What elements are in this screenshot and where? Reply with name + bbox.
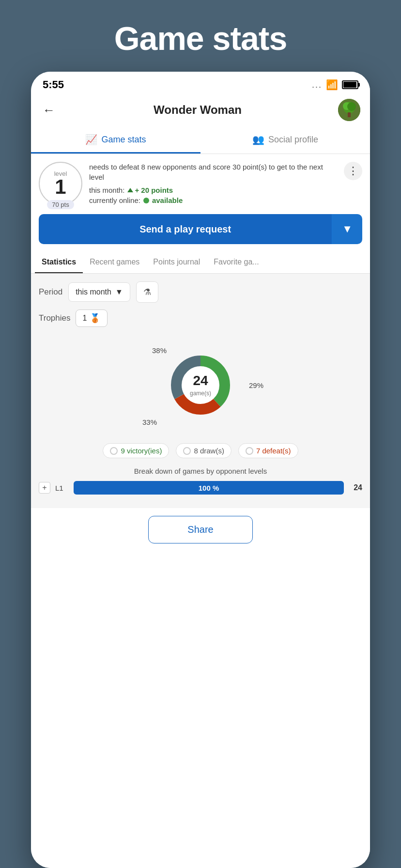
svg-rect-2 [348, 112, 351, 117]
app-header: ← Wonder Woman [31, 95, 370, 127]
status-icons: ... 📶 [312, 79, 358, 91]
legend-draws: 8 draw(s) [176, 443, 231, 458]
wifi-icon: 📶 [326, 79, 338, 91]
chart-label-33: 29% [249, 381, 263, 389]
play-request-row: Send a play request ▼ [39, 214, 362, 244]
trophy-icon: 🥉 [90, 313, 100, 324]
sub-tabs: Statistics Recent games Points journal F… [31, 252, 370, 274]
donut-sub-label: game(s) [190, 390, 211, 397]
chart-label-29: 33% [142, 418, 157, 426]
donut-total: 24 [190, 373, 211, 388]
tab-game-stats-label: Game stats [101, 135, 146, 145]
filter-icon: ⚗ [143, 287, 151, 297]
player-description: needs to defeat 8 new opponents and scor… [89, 162, 337, 182]
legend-circle-draws [183, 447, 191, 455]
sub-tab-statistics[interactable]: Statistics [35, 252, 83, 273]
sub-tab-recent-games[interactable]: Recent games [83, 252, 146, 273]
tab-social-profile-label: Social profile [268, 135, 318, 145]
breakdown-count: 24 [349, 483, 362, 492]
tab-social-profile[interactable]: 👥 Social profile [200, 127, 370, 154]
online-row: currently online: available [89, 196, 337, 204]
stats-section: Period this month ▼ ⚗ Trophies 1 🥉 [31, 274, 370, 508]
main-tabs: 📈 Game stats 👥 Social profile [31, 127, 370, 154]
period-row: Period this month ▼ ⚗ [39, 281, 362, 303]
back-button[interactable]: ← [41, 101, 57, 120]
legend-circle-victories [110, 447, 118, 455]
filter-button[interactable]: ⚗ [136, 281, 158, 303]
chart-outer: 38% 33% 29% [133, 337, 268, 434]
legend-defeats: 7 defeat(s) [238, 443, 298, 458]
online-dot-icon [143, 198, 149, 203]
page-title: Game stats [114, 19, 287, 57]
level-circle: level 1 70 pts [39, 162, 82, 205]
status-time: 5:55 [43, 78, 64, 91]
legend-circle-defeats [246, 447, 253, 455]
period-value: this month [76, 288, 111, 296]
legend-victories-label: 9 victory(ies) [121, 447, 162, 455]
signal-dots-icon: ... [312, 80, 322, 90]
status-bar: 5:55 ... 📶 [31, 72, 370, 95]
legend-victories: 9 victory(ies) [103, 443, 169, 458]
this-month-label: this month: [89, 186, 124, 194]
donut-center: 24 game(s) [190, 373, 211, 397]
trophies-row: Trophies 1 🥉 [39, 310, 362, 327]
period-label: Period [39, 287, 62, 297]
more-options-button[interactable]: ⋮ [344, 162, 362, 180]
level-number: 1 [55, 177, 66, 197]
chart-container: 38% 33% 29% [39, 337, 362, 434]
share-section: Share [31, 508, 370, 551]
player-card: level 1 70 pts needs to defeat 8 new opp… [31, 154, 370, 212]
breakdown-level-label: L1 [55, 484, 69, 492]
sub-tab-favorite-games[interactable]: Favorite ga... [207, 252, 265, 273]
online-status: available [152, 196, 183, 204]
legend-draws-label: 8 draw(s) [194, 447, 224, 455]
avatar[interactable] [338, 99, 360, 121]
main-content: level 1 70 pts needs to defeat 8 new opp… [31, 154, 370, 868]
breakdown-title: Break down of games by opponent levels [39, 467, 362, 475]
legend-row: 9 victory(ies) 8 draw(s) 7 defeat(s) [39, 443, 362, 458]
breakdown-bar: 100 % [74, 481, 344, 495]
battery-icon [342, 80, 358, 89]
triangle-up-icon [127, 188, 133, 192]
breakdown-expand-button[interactable]: + [39, 482, 50, 494]
social-profile-icon: 👥 [252, 134, 264, 145]
chevron-down-icon: ▼ [115, 288, 123, 296]
game-stats-icon: 📈 [85, 134, 97, 145]
points-change: + 20 points [127, 186, 173, 194]
period-select[interactable]: this month ▼ [68, 282, 130, 302]
header-title: Wonder Woman [63, 103, 332, 117]
player-info: needs to defeat 8 new opponents and scor… [89, 162, 337, 206]
play-request-chevron-button[interactable]: ▼ [332, 214, 362, 244]
tab-game-stats[interactable]: 📈 Game stats [31, 127, 200, 154]
trophies-count: 1 [83, 314, 87, 323]
sub-tab-points-journal[interactable]: Points journal [146, 252, 207, 273]
this-month-row: this month: + 20 points [89, 186, 337, 194]
legend-defeats-label: 7 defeat(s) [256, 447, 291, 455]
trophies-badge: 1 🥉 [76, 310, 108, 327]
phone-frame: 5:55 ... 📶 ← Wonder Woman [31, 72, 370, 868]
share-button[interactable]: Share [148, 516, 252, 543]
breakdown-row: + L1 100 % 24 [39, 481, 362, 495]
svg-point-4 [347, 102, 356, 111]
online-label: currently online: [89, 196, 140, 204]
level-pts: 70 pts [47, 200, 74, 209]
breakdown-percent: 100 % [199, 484, 219, 492]
trophies-label: Trophies [39, 313, 71, 323]
send-play-request-button[interactable]: Send a play request [39, 214, 332, 244]
